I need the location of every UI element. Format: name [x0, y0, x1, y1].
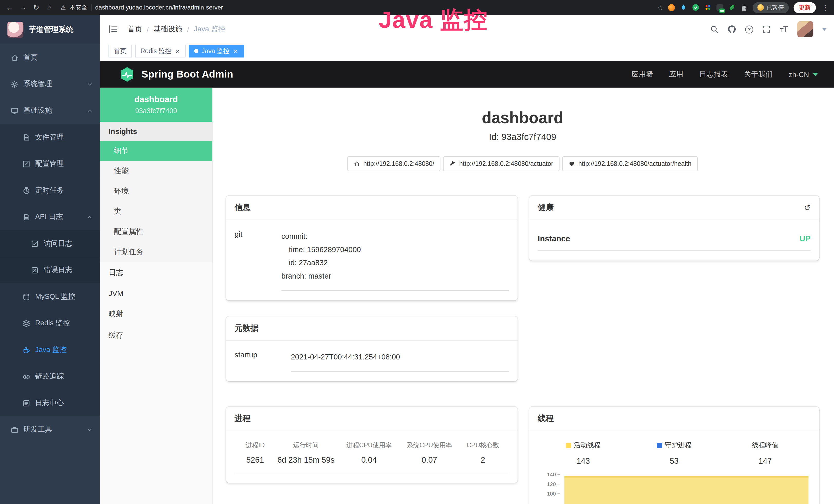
tab-java-monitor[interactable]: Java 监控 [189, 45, 244, 58]
home-icon[interactable]: ⌂ [45, 4, 54, 11]
refresh-icon[interactable]: ↻ [32, 4, 40, 11]
app-logo[interactable]: 芋道管理系统 [0, 15, 100, 44]
sidebar-item-label: Java 监控 [35, 345, 67, 354]
actuator-url-button[interactable]: http://192.168.0.2:48080/actuator [443, 156, 560, 171]
sidebar-item-infrastructure[interactable]: 基础设施 [0, 97, 100, 124]
health-url-label: http://192.168.0.2:48080/actuator/health [578, 160, 692, 167]
sidebar-item-scheduled-jobs[interactable]: 定时任务 [0, 177, 100, 204]
system-cpu-value: 0.07 [402, 451, 457, 464]
sba-nav-wallboard[interactable]: 应用墙 [632, 70, 653, 79]
url-text[interactable]: dashboard.yudao.iocoder.cn/infra/admin-s… [95, 4, 223, 11]
browser-window: ← → ↻ ⌂ ⚠ 不安全 dashboard.yudao.iocoder.cn… [0, 0, 834, 504]
sba-nav-journal[interactable]: 日志报表 [699, 70, 728, 79]
breadcrumb-infrastructure[interactable]: 基础设施 [154, 24, 182, 34]
sidebar-item-dev-tools[interactable]: 研发工具 [0, 416, 100, 443]
sba-sidebar: dashboard 93a3fc7f7409 Insights 细节 性能 环境… [100, 88, 213, 504]
sidebar-item-trace[interactable]: 链路追踪 [0, 363, 100, 390]
cards-grid: 信息 git commit: time: 1596289704000 [226, 196, 819, 504]
close-icon[interactable] [174, 48, 180, 54]
sidebar-item-label: 日志中心 [35, 398, 64, 408]
green-check-extension-icon[interactable] [692, 4, 699, 11]
apps-grid-extension-icon[interactable] [704, 4, 712, 11]
sba-navbar: Spring Boot Admin 应用墙 应用 日志报表 关于我们 zh-CN [100, 61, 834, 88]
sba-nav-about[interactable]: 关于我们 [744, 70, 773, 79]
sba-menu-details[interactable]: 细节 [100, 141, 212, 161]
app-main: 首页 / 基础设施 / Java 监控 ? [100, 15, 834, 504]
info-card-header: 信息 [226, 196, 518, 220]
tag-tabs-bar: 首页 Redis 监控 Java 监控 [100, 44, 834, 61]
help-icon[interactable]: ? [745, 25, 753, 33]
sba-instance-header[interactable]: dashboard 93a3fc7f7409 [100, 88, 212, 122]
sidebar-item-config-management[interactable]: 配置管理 [0, 151, 100, 177]
sba-menu-config-props[interactable]: 配置属性 [100, 222, 212, 242]
github-icon[interactable] [728, 25, 736, 33]
water-drop-extension-icon[interactable] [680, 4, 687, 11]
update-button[interactable]: 更新 [794, 2, 816, 13]
sidebar-item-log-center[interactable]: 日志中心 [0, 390, 100, 416]
sba-locale-select[interactable]: zh-CN [789, 70, 818, 78]
sba-menu-performance[interactable]: 性能 [100, 161, 212, 181]
header-actions: ? [710, 21, 827, 37]
sidebar-item-java-monitor[interactable]: Java 监控 [0, 337, 100, 363]
sba-menu-environment[interactable]: 环境 [100, 181, 212, 202]
sba-menu-mappings[interactable]: 映射 [100, 303, 212, 325]
browser-menu-icon[interactable]: ⋮ [822, 4, 829, 11]
sidebar-item-error-logs[interactable]: 错误日志 [0, 257, 100, 283]
metadata-card: 元数据 startup 2021-04-27T00:44:31.254+08:0… [226, 316, 518, 381]
sidebar-item-access-logs[interactable]: 访问日志 [0, 230, 100, 257]
column-header: 进程CPU使用率 [336, 436, 402, 451]
search-icon[interactable] [710, 25, 719, 33]
user-avatar[interactable] [797, 21, 813, 37]
leaf-extension-icon[interactable] [728, 4, 736, 11]
bookmark-star-icon[interactable]: ☆ [657, 4, 663, 11]
breadcrumb-home[interactable]: 首页 [128, 24, 142, 34]
sba-menu-scheduled-tasks[interactable]: 计划任务 [100, 242, 212, 262]
address-bar[interactable]: ⚠ 不安全 dashboard.yudao.iocoder.cn/infra/a… [61, 3, 652, 11]
tab-home[interactable]: 首页 [108, 45, 132, 58]
sidebar-item-redis-monitor[interactable]: Redis 监控 [0, 310, 100, 337]
sba-menu-group-insights[interactable]: Insights [100, 122, 212, 141]
breadcrumb-current: Java 监控 [194, 24, 225, 34]
sba-menu-caches[interactable]: 缓存 [100, 325, 212, 346]
profile-chip[interactable]: 已暂停 [752, 2, 789, 13]
wrench-icon [450, 160, 456, 167]
sidebar-item-mysql-monitor[interactable]: MySQL 监控 [0, 283, 100, 310]
sidebar-item-label: 访问日志 [44, 239, 72, 248]
sba-brand[interactable]: Spring Boot Admin [119, 67, 233, 83]
threads-chart: 140 120 100 [541, 474, 810, 504]
actuator-url-label: http://192.168.0.2:48080/actuator [459, 160, 553, 167]
avatar-caret-icon[interactable] [822, 28, 827, 30]
info-card: 信息 git commit: time: 1596289704000 [226, 196, 518, 300]
sba-menu-classes[interactable]: 类 [100, 202, 212, 222]
extension-icon[interactable] [668, 4, 675, 11]
legend-item-peak: 线程峰值 [720, 441, 811, 450]
forward-icon[interactable]: → [19, 4, 27, 11]
mail-on-extension-icon[interactable]: on [716, 4, 723, 11]
sba-menu-logs[interactable]: 日志 [100, 262, 212, 283]
process-card-header: 进程 [226, 407, 518, 431]
sidebar-item-file-management[interactable]: 文件管理 [0, 124, 100, 151]
history-icon[interactable]: ↺ [804, 203, 811, 212]
sidebar-item-home[interactable]: 首页 [0, 44, 100, 71]
sidebar-item-api-logs[interactable]: API 日志 [0, 204, 100, 230]
sba-nav-applications[interactable]: 应用 [669, 70, 683, 79]
info-row-label: git [235, 225, 281, 291]
live-threads-swatch-icon [566, 443, 571, 448]
font-size-icon[interactable] [780, 25, 788, 33]
health-url-button[interactable]: http://192.168.0.2:48080/actuator/health [562, 156, 698, 171]
tab-redis-monitor[interactable]: Redis 监控 [135, 45, 186, 58]
sba-menu-jvm[interactable]: JVM [100, 283, 212, 304]
api-log-icon [22, 213, 30, 221]
cpu-cores-value: 2 [457, 451, 509, 464]
chevron-down-icon [87, 427, 93, 433]
sidebar-item-system-management[interactable]: 系统管理 [0, 71, 100, 97]
sidebar-item-label: 链路追踪 [35, 371, 64, 381]
puzzle-extensions-icon[interactable] [741, 4, 748, 11]
tab-label: Java 监控 [202, 46, 229, 55]
close-icon[interactable] [233, 48, 239, 54]
fullscreen-icon[interactable] [762, 25, 771, 33]
back-icon[interactable]: ← [5, 4, 14, 11]
service-url-button[interactable]: http://192.168.0.2:48080/ [347, 156, 440, 171]
collapse-sidebar-icon[interactable] [108, 25, 118, 33]
access-log-icon [31, 239, 39, 248]
